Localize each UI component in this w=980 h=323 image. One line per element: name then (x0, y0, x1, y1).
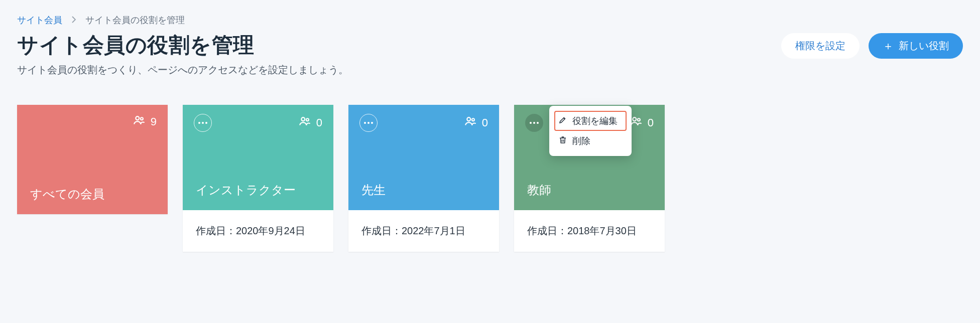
role-name: インストラクター (196, 182, 296, 198)
member-count: 9 (133, 114, 157, 130)
role-name: すべての会員 (30, 186, 104, 202)
role-card[interactable]: 0 先生 作成日：2022年7月1日 (348, 105, 499, 252)
trash-icon (558, 135, 567, 147)
member-count-value: 9 (151, 115, 157, 128)
member-count-value: 0 (482, 116, 488, 129)
created-date: 作成日：2020年9月24日 (183, 210, 333, 252)
page-title: サイト会員の役割を管理 (17, 31, 255, 59)
page-subtitle: サイト会員の役割をつくり、ページへのアクセスなどを設定しましょう。 (17, 63, 963, 77)
members-icon (464, 115, 477, 131)
svg-point-1 (141, 117, 143, 120)
delete-role-label: 削除 (572, 135, 590, 147)
edit-role-menuitem[interactable]: 役割を編集 (554, 111, 627, 131)
edit-role-label: 役割を編集 (572, 115, 618, 127)
breadcrumb-root[interactable]: サイト会員 (17, 14, 62, 26)
dots-icon (530, 122, 539, 124)
more-button[interactable] (359, 114, 378, 132)
svg-point-0 (136, 116, 139, 120)
member-count: 0 (298, 115, 322, 131)
member-count: 0 (630, 115, 654, 131)
dots-icon (364, 122, 373, 124)
members-icon (298, 115, 311, 131)
role-card[interactable]: 0 教師 役割を編集 削除 作成日：2018年7月30 (514, 105, 665, 252)
chevron-right-icon (71, 15, 76, 26)
more-button[interactable] (525, 114, 543, 132)
permissions-button[interactable]: 権限を設定 (781, 33, 860, 59)
new-role-button-label: 新しい役割 (899, 39, 949, 53)
role-card[interactable]: 0 インストラクター 作成日：2020年9月24日 (183, 105, 333, 252)
svg-point-5 (472, 118, 474, 121)
breadcrumb-current: サイト会員の役割を管理 (85, 14, 185, 26)
role-name: 先生 (361, 182, 386, 198)
svg-point-7 (638, 118, 640, 121)
svg-point-3 (306, 118, 309, 121)
plus-icon: ＋ (883, 41, 894, 52)
dots-icon (198, 122, 207, 124)
svg-point-4 (467, 117, 470, 121)
role-card[interactable]: 9 すべての会員 (17, 105, 168, 214)
role-name: 教師 (527, 182, 551, 198)
created-date: 作成日：2022年7月1日 (348, 210, 499, 252)
delete-role-menuitem[interactable]: 削除 (554, 131, 627, 151)
pencil-icon (558, 115, 567, 127)
new-role-button[interactable]: ＋ 新しい役割 (869, 33, 963, 59)
svg-point-2 (301, 117, 305, 121)
member-count-value: 0 (648, 116, 654, 129)
created-date: 作成日：2018年7月30日 (514, 210, 665, 252)
role-cards: 9 すべての会員 0 インストラクター 作成日：2020年9月24日 (17, 105, 963, 252)
member-count: 0 (464, 115, 488, 131)
breadcrumb: サイト会員 サイト会員の役割を管理 (17, 14, 963, 26)
svg-point-6 (633, 117, 636, 121)
card-dropdown: 役割を編集 削除 (549, 106, 632, 156)
member-count-value: 0 (316, 116, 322, 129)
more-button[interactable] (194, 114, 212, 132)
members-icon (133, 114, 146, 130)
